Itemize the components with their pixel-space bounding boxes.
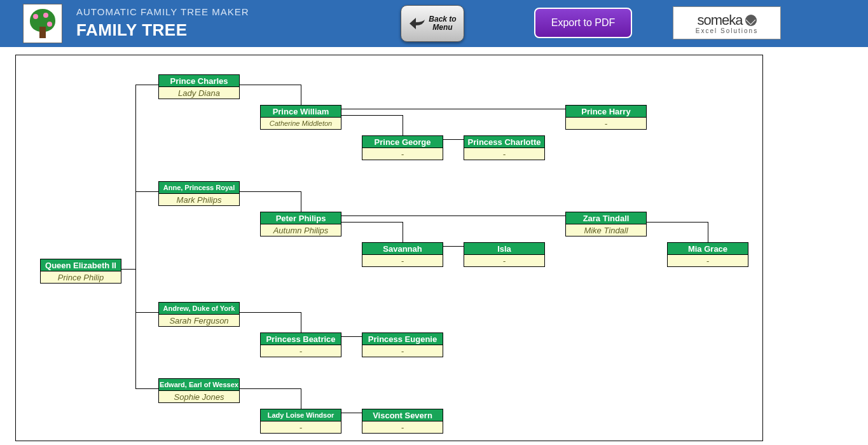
person-name: Savannah <box>362 242 443 255</box>
person-isla[interactable]: Isla - <box>464 242 545 267</box>
person-spouse: Catherine Middleton <box>260 118 341 130</box>
person-spouse: - <box>565 118 647 130</box>
person-spouse: - <box>362 345 443 357</box>
person-peter-philips[interactable]: Peter Philips Autumn Philips <box>260 212 341 236</box>
person-spouse: Lady Diana <box>158 87 240 99</box>
back-to-menu-button[interactable]: Back toMenu <box>401 5 464 42</box>
brand-badge: someka Excel Solutions <box>673 6 781 39</box>
person-name: Prince William <box>260 105 341 118</box>
header-title: FAMILY TREE <box>76 20 188 40</box>
person-name: Anne, Princess Royal <box>158 181 240 194</box>
person-name: Edward, Earl of Wessex <box>158 378 240 391</box>
tree-icon <box>28 9 57 38</box>
person-zara-tindall[interactable]: Zara Tindall Mike Tindall <box>565 212 647 236</box>
person-name: Princess Charlotte <box>464 135 545 148</box>
person-spouse: Prince Philip <box>40 271 121 284</box>
export-to-pdf-button[interactable]: Export to PDF <box>534 8 632 38</box>
brand-name: someka <box>697 12 742 29</box>
person-spouse: - <box>260 345 341 357</box>
person-anne[interactable]: Anne, Princess Royal Mark Philips <box>158 181 240 206</box>
brand-dot-icon <box>745 15 757 26</box>
person-spouse: - <box>667 255 748 267</box>
person-spouse: Autumn Philips <box>260 224 341 236</box>
person-queen-elizabeth[interactable]: Queen Elizabeth II Prince Philip <box>40 259 121 284</box>
brand-tagline: Excel Solutions <box>696 27 758 34</box>
person-spouse: - <box>362 148 443 160</box>
person-spouse: Mark Philips <box>158 194 240 206</box>
person-prince-george[interactable]: Prince George - <box>362 135 443 160</box>
person-prince-charles[interactable]: Prince Charles Lady Diana <box>158 74 240 99</box>
person-princess-charlotte[interactable]: Princess Charlotte - <box>464 135 545 160</box>
person-spouse: Sarah Ferguson <box>158 315 240 327</box>
person-prince-william[interactable]: Prince William Catherine Middleton <box>260 105 341 130</box>
person-name: Queen Elizabeth II <box>40 259 121 271</box>
person-princess-eugenie[interactable]: Princess Eugenie - <box>362 332 443 357</box>
person-spouse: - <box>362 255 443 267</box>
person-andrew[interactable]: Andrew, Duke of York Sarah Ferguson <box>158 302 240 327</box>
person-spouse: - <box>260 421 341 434</box>
person-savannah[interactable]: Savannah - <box>362 242 443 267</box>
person-spouse: - <box>464 255 545 267</box>
person-name: Peter Philips <box>260 212 341 224</box>
back-arrow-icon <box>408 16 426 31</box>
app-logo <box>23 4 62 43</box>
person-viscont-severn[interactable]: Viscont Severn - <box>362 409 443 434</box>
person-princess-beatrice[interactable]: Princess Beatrice - <box>260 332 341 357</box>
person-mia-grace[interactable]: Mia Grace - <box>667 242 748 267</box>
export-button-label: Export to PDF <box>551 17 615 29</box>
person-name: Prince Harry <box>565 105 647 118</box>
person-name: Mia Grace <box>667 242 748 255</box>
back-button-label: Back toMenu <box>429 15 456 32</box>
person-spouse: - <box>362 421 443 434</box>
person-edward[interactable]: Edward, Earl of Wessex Sophie Jones <box>158 378 240 403</box>
person-prince-harry[interactable]: Prince Harry - <box>565 105 647 130</box>
person-lady-loise[interactable]: Lady Loise Windsor - <box>260 409 341 434</box>
family-tree-canvas: Queen Elizabeth II Prince Philip Prince … <box>15 55 763 441</box>
person-name: Isla <box>464 242 545 255</box>
person-name: Zara Tindall <box>565 212 647 224</box>
person-name: Princess Eugenie <box>362 332 443 345</box>
person-name: Lady Loise Windsor <box>260 409 341 421</box>
person-name: Prince George <box>362 135 443 148</box>
person-name: Viscont Severn <box>362 409 443 421</box>
person-spouse: - <box>464 148 545 160</box>
person-spouse: Mike Tindall <box>565 224 647 236</box>
header-subtitle: AUTOMATIC FAMILY TREE MAKER <box>76 6 249 17</box>
person-name: Andrew, Duke of York <box>158 302 240 315</box>
person-spouse: Sophie Jones <box>158 391 240 403</box>
person-name: Princess Beatrice <box>260 332 341 345</box>
person-name: Prince Charles <box>158 74 240 87</box>
